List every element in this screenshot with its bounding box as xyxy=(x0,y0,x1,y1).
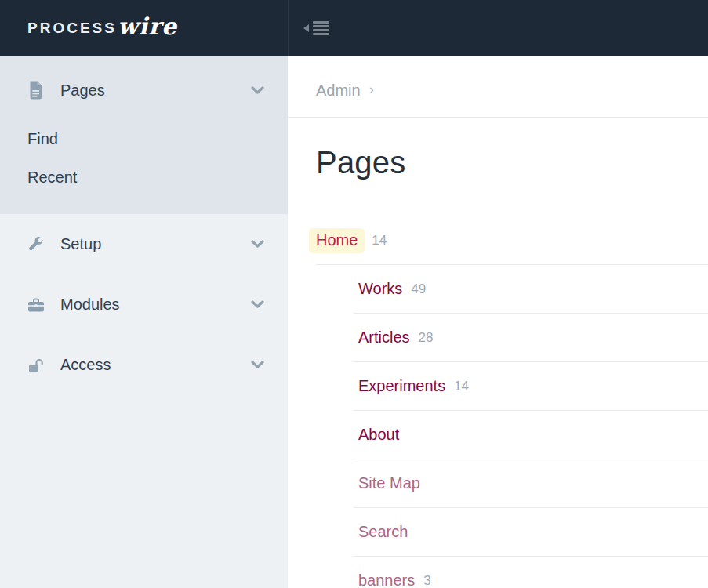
processwire-logo[interactable]: PROCESS wire xyxy=(27,0,177,56)
sidebar-item-label: Pages xyxy=(60,82,105,100)
chevron-down-icon xyxy=(251,300,264,309)
sidebar-item-setup[interactable]: Setup xyxy=(0,214,288,274)
sidebar-section-pages: Pages Find Recent xyxy=(0,56,288,214)
page-count: 14 xyxy=(372,233,387,249)
tree-row-search: Search xyxy=(354,508,708,557)
tree-row-articles: Articles 28 xyxy=(354,314,708,362)
sidebar-item-label: Access xyxy=(60,356,111,374)
top-bar: PROCESS wire xyxy=(0,0,708,56)
page-link-articles[interactable]: Articles xyxy=(354,328,410,347)
tree-row-site-map: Site Map xyxy=(354,459,708,508)
tree-row-experiments: Experiments 14 xyxy=(354,362,708,411)
page-count: 49 xyxy=(411,281,426,297)
tree-row-home: Home 14 xyxy=(316,217,708,265)
briefcase-icon xyxy=(27,297,46,313)
breadcrumb-separator: › xyxy=(369,82,374,98)
chevron-down-icon xyxy=(251,361,264,369)
page-count: 14 xyxy=(454,379,469,394)
sidebar-item-label: Modules xyxy=(60,296,120,314)
page-link-experiments[interactable]: Experiments xyxy=(354,377,445,395)
page-link-about[interactable]: About xyxy=(354,426,399,444)
page-link-search[interactable]: Search xyxy=(354,523,408,541)
tree-row-works: Works 49 xyxy=(354,265,708,314)
page-link-banners[interactable]: banners xyxy=(354,572,415,588)
tree-row-banners: banners 3 xyxy=(354,557,708,588)
chevron-down-icon xyxy=(251,240,264,249)
page-tree: Home 14 Works 49 Articles 28 Experiments… xyxy=(316,217,708,588)
sidebar: Pages Find Recent Setup xyxy=(0,56,288,588)
sidebar-collapse-toggle-button[interactable] xyxy=(303,21,329,35)
topbar-seam-divider xyxy=(288,0,289,56)
content-area: Pages Home 14 Works 49 Articles 28 Exper… xyxy=(288,144,708,588)
sidebar-item-recent[interactable]: Recent xyxy=(0,165,288,189)
page-count: 3 xyxy=(423,573,430,588)
page-count: 28 xyxy=(419,330,434,346)
unlock-icon xyxy=(27,358,46,373)
tree-row-about: About xyxy=(354,411,708,459)
breadcrumb: Admin › xyxy=(288,56,708,118)
page-link-works[interactable]: Works xyxy=(354,280,402,298)
logo-text-wire: wire xyxy=(118,13,177,40)
bars-icon xyxy=(313,21,329,35)
wrench-icon xyxy=(27,236,46,252)
sidebar-item-access[interactable]: Access xyxy=(0,335,288,395)
sidebar-item-pages[interactable]: Pages xyxy=(0,78,288,102)
main-content: Admin › Pages Home 14 Works 49 Articles … xyxy=(288,56,708,588)
sidebar-item-label: Setup xyxy=(60,235,101,253)
page-link-site-map[interactable]: Site Map xyxy=(354,474,420,492)
breadcrumb-item-admin[interactable]: Admin xyxy=(316,82,361,100)
file-icon xyxy=(27,81,46,100)
collapse-arrow-icon xyxy=(303,24,309,32)
page-link-home[interactable]: Home xyxy=(309,228,365,253)
chevron-down-icon xyxy=(251,86,264,95)
sidebar-item-find[interactable]: Find xyxy=(0,127,288,151)
sidebar-item-modules[interactable]: Modules xyxy=(0,274,288,335)
logo-text-process: PROCESS xyxy=(27,20,117,37)
page-title: Pages xyxy=(316,144,708,180)
